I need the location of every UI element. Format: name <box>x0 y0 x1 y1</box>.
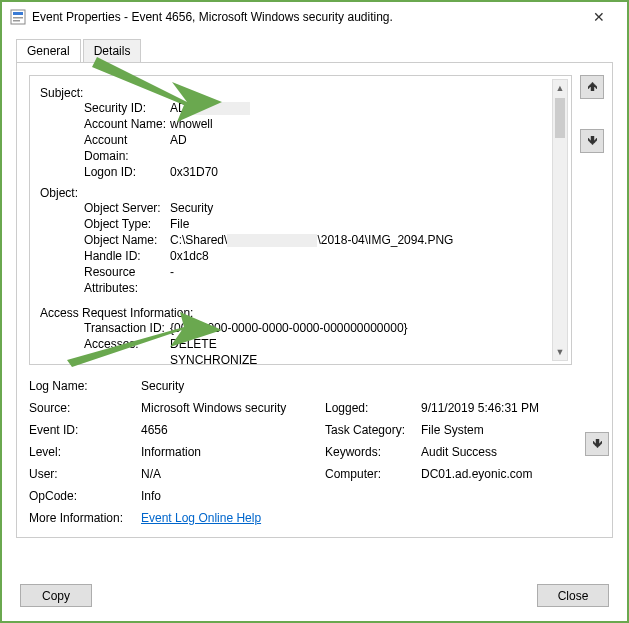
description-scrollbar[interactable]: ▲ ▼ <box>552 79 568 361</box>
level-value: Information <box>141 445 321 459</box>
tab-strip: General Details <box>16 39 613 63</box>
object-name-label: Object Name: <box>40 232 170 248</box>
logon-id-label: Logon ID: <box>40 164 170 180</box>
log-name-label: Log Name: <box>29 379 137 393</box>
tab-panel-general: 🡹 🡻 ▲ ▼ Subject: Security ID:AD\ Account… <box>16 62 613 538</box>
log-name-value: Security <box>141 379 572 393</box>
object-type-value: File <box>170 216 561 232</box>
level-label: Level: <box>29 445 137 459</box>
accesses-value-1: DELETE <box>170 336 561 352</box>
object-name-value: C:\Shared\\2018-04\IMG_2094.PNG <box>170 232 561 248</box>
arrow-down-icon: 🡻 <box>592 438 603 450</box>
transaction-id-label: Transaction ID: <box>40 320 170 336</box>
scroll-up-icon: ▲ <box>553 80 567 96</box>
nav-down-button-2[interactable]: 🡻 <box>585 432 609 456</box>
security-id-label: Security ID: <box>40 100 170 116</box>
svg-rect-2 <box>13 17 23 19</box>
handle-id-label: Handle ID: <box>40 248 170 264</box>
account-name-label: Account Name: <box>40 116 170 132</box>
arrow-up-icon: 🡹 <box>587 81 598 93</box>
copy-button[interactable]: Copy <box>20 584 92 607</box>
logged-value: 9/11/2019 5:46:31 PM <box>421 401 572 415</box>
account-name-value: whowell <box>170 116 561 132</box>
keywords-value: Audit Success <box>421 445 572 459</box>
event-id-value: 4656 <box>141 423 321 437</box>
task-category-label: Task Category: <box>325 423 417 437</box>
window-close-button[interactable]: ✕ <box>579 2 619 32</box>
computer-label: Computer: <box>325 467 417 481</box>
accesses-label: Accesses: <box>40 336 170 352</box>
more-information-label: More Information: <box>29 511 137 525</box>
opcode-label: OpCode: <box>29 489 137 503</box>
redacted-text <box>227 234 317 247</box>
close-button[interactable]: Close <box>537 584 609 607</box>
user-value: N/A <box>141 467 321 481</box>
transaction-id-value: {00000000-0000-0000-0000-000000000000} <box>170 320 561 336</box>
object-server-value: Security <box>170 200 561 216</box>
event-description-box: ▲ ▼ Subject: Security ID:AD\ Account Nam… <box>29 75 572 365</box>
security-id-value: AD\ <box>170 100 561 116</box>
object-type-label: Object Type: <box>40 216 170 232</box>
computer-value: DC01.ad.eyonic.com <box>421 467 572 481</box>
account-domain-label: Account Domain: <box>40 132 170 164</box>
scroll-thumb[interactable] <box>555 98 565 138</box>
tab-general[interactable]: General <box>16 39 81 63</box>
subject-header: Subject: <box>40 86 561 100</box>
close-icon: ✕ <box>593 9 605 25</box>
svg-rect-1 <box>13 12 23 15</box>
event-info-grid: Log Name: Security Source: Microsoft Win… <box>29 379 572 525</box>
logged-label: Logged: <box>325 401 417 415</box>
tab-details[interactable]: Details <box>83 39 142 63</box>
nav-up-button[interactable]: 🡹 <box>580 75 604 99</box>
scroll-down-icon: ▼ <box>553 344 567 360</box>
task-category-value: File System <box>421 423 572 437</box>
accesses-value-2: SYNCHRONIZE <box>170 352 561 365</box>
event-log-online-help-link[interactable]: Event Log Online Help <box>141 511 261 525</box>
opcode-value: Info <box>141 489 572 503</box>
source-value: Microsoft Windows security <box>141 401 321 415</box>
keywords-label: Keywords: <box>325 445 417 459</box>
logon-id-value: 0x31D70 <box>170 164 561 180</box>
window-title: Event Properties - Event 4656, Microsoft… <box>32 10 579 24</box>
svg-rect-3 <box>13 20 20 22</box>
access-request-header: Access Request Information: <box>40 306 561 320</box>
resource-attributes-value: - <box>170 264 561 296</box>
object-header: Object: <box>40 186 561 200</box>
event-id-label: Event ID: <box>29 423 137 437</box>
redacted-text <box>190 102 250 115</box>
dialog-button-row: Copy Close <box>2 574 627 621</box>
source-label: Source: <box>29 401 137 415</box>
app-icon <box>10 9 26 25</box>
titlebar: Event Properties - Event 4656, Microsoft… <box>2 2 627 32</box>
handle-id-value: 0x1dc8 <box>170 248 561 264</box>
account-domain-value: AD <box>170 132 561 164</box>
user-label: User: <box>29 467 137 481</box>
arrow-down-icon: 🡻 <box>587 135 598 147</box>
nav-down-button[interactable]: 🡻 <box>580 129 604 153</box>
resource-attributes-label: Resource Attributes: <box>40 264 170 296</box>
object-server-label: Object Server: <box>40 200 170 216</box>
